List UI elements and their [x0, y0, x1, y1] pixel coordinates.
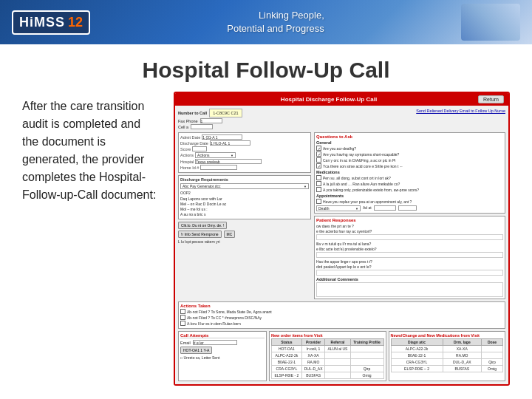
- discharge-date-field[interactable]: 1 HLO-A1 1: [210, 140, 250, 146]
- home-id-row: Home Id #: [180, 165, 309, 170]
- form-body: Number to Call 1-C8C9C C21 Fax Phone 1 C…: [175, 106, 508, 384]
- actions-taken-section: Actions Taken Ab-not Filed ? To Sone, Ma…: [178, 301, 505, 329]
- cell-status: ELSP-R0IE - 2: [272, 372, 302, 379]
- q-med-2: A la jull ab and … Ran allure Aun metkab…: [316, 181, 503, 186]
- dr-item2: Mel – on Rac D Docin Le ac: [180, 202, 309, 206]
- cell-label: Cell a: [178, 125, 188, 129]
- call-attempts-title: Call Attempts: [180, 333, 265, 338]
- table-row: HOT-OA1 ln ooli, 1 ALUN al US: [272, 346, 384, 352]
- pr-m-input[interactable]: [316, 252, 503, 258]
- col-status: Status: [272, 339, 302, 346]
- q-m3-text: A yca taking only, prolenizable extelo f…: [323, 188, 419, 192]
- diag-cell3: [482, 352, 503, 359]
- discharge-req-dropdown[interactable]: Abc Pay Generator.dcc ▼: [180, 183, 309, 189]
- additional-comments-input[interactable]: [316, 282, 503, 297]
- table-row: B0AE-22-1 RA.MO: [272, 359, 384, 366]
- send-email-link[interactable]: Send Relieved Delivery Email to Follow U…: [416, 109, 505, 113]
- discharge-date-label: Discharge Date: [180, 141, 208, 146]
- status-table-box: New order items from Visit Status Provid…: [269, 331, 386, 381]
- table-row: B0AE-22-1 RA.MO: [391, 352, 503, 359]
- diagnosis-table-box: News/Change and New Medications from Vis…: [389, 331, 506, 381]
- email-field[interactable]: # e ler: [193, 340, 237, 345]
- number-to-call-label: Number to Call: [178, 111, 207, 115]
- email-label: Email: [180, 341, 191, 345]
- at2-checkbox[interactable]: [180, 315, 185, 320]
- form-title-bar: Hospital Discharge Follow-Up Call Return: [175, 93, 508, 106]
- score-field[interactable]: [192, 146, 207, 151]
- q-med-3: A yca taking only, prolenizable extelo f…: [316, 187, 503, 192]
- actions-dropdown[interactable]: Actions ▼: [195, 152, 236, 158]
- dx-value: Abc Pay Generator.dcc: [183, 184, 220, 188]
- clk-button[interactable]: Clk.lo. Du nt on Omy. de. !: [178, 222, 227, 229]
- hospital-field[interactable]: Texas oneleab: [195, 159, 262, 164]
- diag-cell3: Omig: [482, 366, 503, 372]
- cell-provider: DUL-D_AX: [301, 366, 325, 372]
- q-general-2: Are you hav/ng ray symptoms short-ncapab…: [316, 151, 503, 157]
- call-attempts-box: Call Attempts Email # e ler HOT-OA1 1 Y-…: [178, 331, 267, 381]
- diag-cell1: ELSP-R0IE – 2: [391, 366, 443, 372]
- q-g4-checkbox[interactable]: [316, 163, 321, 168]
- appt-dropdown[interactable]: Dealth ▼: [316, 205, 361, 211]
- home-id-field[interactable]: [200, 165, 237, 170]
- q-g1-checkbox[interactable]: [316, 146, 321, 151]
- q-med-1: Pen su. all dong, subst cont ort in lort…: [316, 175, 503, 180]
- diag-cell2: BUSFAS: [443, 366, 482, 372]
- diag-table: Diagn atic Drm. lage Dose ALPC-A22-2k XA…: [391, 338, 504, 372]
- actions-taken-title: Actions Taken: [180, 304, 503, 308]
- medications-header: Medications: [316, 170, 503, 174]
- pr-a-input[interactable]: [316, 270, 503, 276]
- at-item-2: Ab-not Filed ? To CC * #mewprons DISC/NA…: [180, 315, 503, 320]
- diag-cell2: XA-XA: [443, 346, 482, 352]
- patient-responses-section: Patient Responses ow daes the prt an te …: [314, 216, 505, 299]
- send-btn[interactable]: !r Info Send Remprone: [178, 231, 222, 238]
- number-to-call-value: 1-C8C9C C21: [209, 109, 242, 117]
- cell-field[interactable]: [191, 124, 213, 129]
- diag-col-dose: Drm. lage: [443, 339, 482, 346]
- close-btn[interactable]: MC: [224, 231, 236, 238]
- cell-status: ALPC-A22-2k: [272, 352, 302, 359]
- q-m2-checkbox[interactable]: [316, 181, 321, 186]
- pr-m2: e llbc acte loct'e) provlensble extelo?: [316, 247, 503, 251]
- status-table-header-row: Status Provider Referral Training Profil…: [272, 339, 384, 346]
- col-provider: Provider: [301, 339, 325, 346]
- questions-label: Questions to Ask: [316, 134, 503, 139]
- form-left-col: Admit Date 1 (31-A 1 Discharge Date 1 HL…: [178, 132, 311, 299]
- header-image: [461, 4, 520, 41]
- cell-training: Omig: [350, 372, 383, 379]
- pr-g-input[interactable]: [316, 234, 503, 240]
- form-two-col: Admit Date 1 (31-A 1 Discharge Date 1 HL…: [178, 132, 505, 299]
- appt-date-field[interactable]: [374, 205, 396, 211]
- q-m1-checkbox[interactable]: [316, 175, 321, 180]
- return-button[interactable]: Return: [478, 95, 504, 103]
- col-referral: Referral: [325, 339, 350, 346]
- diag-cell1: ALPC-A22-2k: [391, 346, 443, 352]
- cell-training: Qirp: [350, 366, 383, 372]
- number-to-call-group: Number to Call 1-C8C9C C21 Fax Phone 1 C…: [178, 109, 242, 129]
- q-m3-checkbox[interactable]: [316, 187, 321, 192]
- admit-date-field[interactable]: 1 (31-A 1: [202, 134, 242, 140]
- q-general-3: Can y orc in ac in D/A&Fing, a ac or pic…: [316, 157, 503, 163]
- q-g1-text: Are you acr-dealhg?: [323, 146, 356, 151]
- call-btn1[interactable]: HOT-OA1 1 Y-A: [180, 347, 212, 354]
- appt-arrow-icon: ▼: [355, 207, 358, 211]
- hospital-label: Hospial: [180, 160, 194, 164]
- at3-checkbox[interactable]: [180, 321, 185, 326]
- bottom-btn-row2: !r Info Send Remprone MC: [178, 231, 311, 238]
- q-a1-checkbox[interactable]: [316, 199, 321, 204]
- fax-field[interactable]: 1: [200, 118, 222, 123]
- discharge-req-label: Discharge Requirements: [180, 177, 309, 182]
- actions-label: Actions: [180, 153, 194, 157]
- dr-item4: A au no a bric s: [180, 212, 309, 216]
- score-label: Score: [180, 147, 191, 151]
- cell-provider: ln ooli, 1: [301, 346, 325, 352]
- left-description: After the care transition audit is compl…: [22, 98, 159, 204]
- q-g2-checkbox[interactable]: [316, 151, 321, 157]
- appt-time-field[interactable]: [398, 205, 417, 211]
- dr-item1: Daq Lapons scor with Lar: [180, 197, 309, 201]
- at1-checkbox[interactable]: [180, 309, 185, 314]
- at-item-3: A-loru ll lur es in dem Rulan bern: [180, 321, 503, 326]
- main-content: After the care transition audit is compl…: [0, 92, 532, 386]
- appointments-header: Appointments: [316, 194, 503, 198]
- q-g3-checkbox[interactable]: [316, 157, 321, 163]
- status-table-body: HOT-OA1 ln ooli, 1 ALUN al US ALPC-A22-2…: [272, 346, 384, 379]
